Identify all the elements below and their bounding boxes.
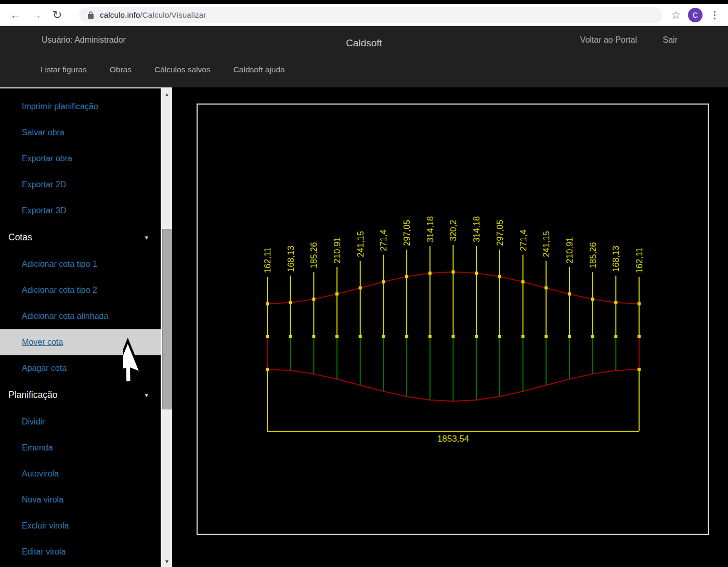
sidebar-item-mover-cota[interactable]: Mover cota: [0, 329, 161, 355]
site-header: Usuário: Administrador Caldsoft Voltar a…: [0, 26, 728, 87]
sidebar-item-dividir[interactable]: Dividir: [0, 409, 161, 435]
reload-button[interactable]: ↻: [47, 6, 68, 24]
nav-item-3[interactable]: Caldsoft ajuda: [233, 65, 285, 74]
nav-item-1[interactable]: Obras: [110, 65, 132, 74]
svg-text:168,13: 168,13: [611, 246, 620, 272]
svg-text:210,91: 210,91: [565, 237, 574, 263]
sidebar-item-exportar-obra[interactable]: Exportar obra: [0, 146, 161, 172]
sidebar-item-adicionar-cota-tipo-2[interactable]: Adicionar cota tipo 2: [0, 277, 161, 303]
nav-item-2[interactable]: Cálculos salvos: [154, 65, 211, 74]
svg-text:314,18: 314,18: [472, 216, 481, 242]
sidebar-item-emenda[interactable]: Emenda: [0, 435, 161, 461]
sidebar-item-autovirola[interactable]: Autovirola: [0, 461, 161, 487]
url-host: calculo.info: [100, 10, 140, 19]
drawing-frame[interactable]: 162,11168,13185,26210,91241,15271,4297,0…: [197, 104, 709, 535]
sidebar-item-nova-virola[interactable]: Nova virola: [0, 487, 161, 513]
nav-item-0[interactable]: Listar figuras: [41, 65, 87, 74]
lock-icon: [87, 11, 94, 19]
svg-text:241,15: 241,15: [541, 231, 551, 257]
scroll-up-arrow[interactable]: ▲: [162, 88, 172, 100]
sidebar-item-imprimir-planificacao[interactable]: Imprimir planificação: [0, 94, 161, 120]
portal-link[interactable]: Voltar ao Portal: [580, 35, 637, 45]
svg-text:210,91: 210,91: [332, 237, 342, 263]
svg-text:314,18: 314,18: [425, 216, 435, 242]
browser-menu-icon[interactable]: ⋮: [710, 9, 720, 21]
top-nav: Listar figurasObrasCálculos salvosCaldso…: [41, 65, 285, 74]
sidebar-section-planificacao[interactable]: Planificação▾: [0, 381, 161, 409]
bookmark-star-icon[interactable]: ☆: [671, 9, 681, 21]
browser-chrome: ← → ↻ calculo.info/Calculo/Visualizar ☆ …: [0, 0, 728, 26]
sidebar-item-adicionar-cota-tipo-1[interactable]: Adicionar cota tipo 1: [0, 251, 161, 277]
scroll-down-arrow[interactable]: ▼: [162, 556, 172, 567]
sidebar-item-salvar-obra[interactable]: Salvar obra: [0, 120, 161, 146]
chevron-down-icon: ▾: [145, 391, 148, 399]
sidebar-menu: Imprimir planificaçãoSalvar obraExportar…: [0, 88, 161, 567]
sidebar-item-exportar-2d[interactable]: Exportar 2D: [0, 172, 161, 198]
url-path: /Calculo/Visualizar: [140, 10, 206, 19]
tab-strip: [0, 0, 728, 4]
svg-text:271,4: 271,4: [518, 229, 528, 251]
svg-text:241,15: 241,15: [356, 231, 365, 257]
url-bar[interactable]: calculo.info/Calculo/Visualizar: [79, 7, 662, 23]
dimension-drawing[interactable]: 162,11168,13185,26210,91241,15271,4297,0…: [198, 105, 708, 534]
sidebar-item-excluir-virola[interactable]: Excluir virola: [0, 513, 161, 539]
profile-avatar[interactable]: C: [688, 8, 703, 22]
sidebar-section-cotas[interactable]: Cotas▾: [0, 224, 161, 251]
sidebar-section-label: Planificação: [8, 390, 57, 401]
svg-text:185,26: 185,26: [309, 242, 318, 268]
sidebar-item-apagar-cota[interactable]: Apagar cota: [0, 355, 161, 381]
url-text: calculo.info/Calculo/Visualizar: [100, 10, 206, 19]
sidebar-item-adicionar-cota-alinhada[interactable]: Adicionar cota alinhada: [0, 303, 161, 329]
sidebar-section-label: Cotas: [8, 232, 32, 243]
browser-toolbar: ← → ↻ calculo.info/Calculo/Visualizar ☆ …: [0, 4, 728, 26]
chevron-down-icon: ▾: [145, 234, 148, 241]
scrollbar-thumb[interactable]: [162, 229, 172, 409]
sidebar-scrollbar[interactable]: ▲ ▼: [161, 88, 172, 567]
forward-button[interactable]: →: [26, 6, 47, 24]
sidebar-item-exportar-3d[interactable]: Exportar 3D: [0, 198, 161, 224]
svg-text:271,4: 271,4: [379, 229, 388, 251]
sidebar-item-editar-virola[interactable]: Editar virola: [0, 539, 161, 565]
svg-text:1853,54: 1853,54: [437, 434, 469, 444]
svg-text:162,11: 162,11: [263, 248, 272, 273]
svg-text:297,05: 297,05: [402, 220, 411, 246]
svg-text:168,13: 168,13: [286, 246, 295, 272]
svg-text:297,05: 297,05: [495, 220, 504, 246]
back-button[interactable]: ←: [5, 6, 26, 24]
logout-link[interactable]: Sair: [663, 35, 678, 45]
drawing-canvas-area: 162,11168,13185,26210,91241,15271,4297,0…: [172, 87, 728, 567]
svg-text:320,2: 320,2: [449, 220, 458, 241]
svg-text:162,11: 162,11: [634, 248, 644, 273]
svg-text:185,26: 185,26: [588, 242, 597, 268]
